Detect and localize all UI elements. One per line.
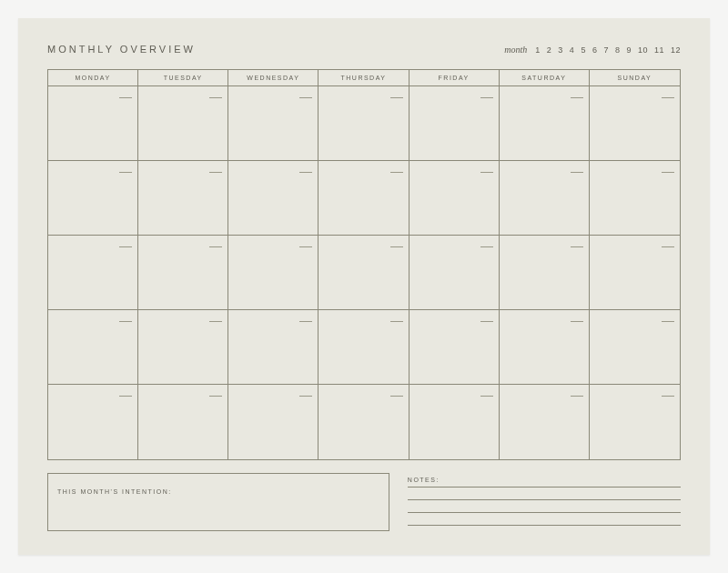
day-cell[interactable] [590,86,680,160]
day-cell[interactable] [138,86,228,160]
month-6[interactable]: 6 [592,45,598,55]
notes-line [408,488,681,500]
day-cell[interactable] [590,385,680,459]
day-cell[interactable] [318,161,409,235]
day-cell[interactable] [138,161,228,235]
intention-box[interactable]: THIS MONTH'S INTENTION: [47,473,389,531]
planner-sheet: MONTHLY OVERVIEW month 1 2 3 4 5 6 7 8 9… [18,18,710,555]
day-cell[interactable] [410,310,500,384]
day-cell[interactable] [228,86,318,160]
notes-label: NOTES: [408,477,440,483]
day-header-sun: SUNDAY [590,70,680,85]
month-2[interactable]: 2 [547,45,552,55]
month-9[interactable]: 9 [626,45,632,55]
day-cell[interactable] [318,236,409,309]
intention-label: THIS MONTH'S INTENTION: [57,488,172,495]
month-11[interactable]: 11 [654,45,664,55]
notes-box[interactable]: NOTES: [408,473,681,531]
month-3[interactable]: 3 [558,45,563,55]
day-cell[interactable] [590,236,680,309]
day-header-sat: SATURDAY [500,70,590,85]
day-cell[interactable] [318,86,409,160]
notes-line: NOTES: [408,477,681,488]
day-cell[interactable] [228,161,318,235]
day-cell[interactable] [318,385,409,459]
day-cell[interactable] [138,385,228,459]
month-12[interactable]: 12 [671,45,681,55]
day-headers: MONDAY TUESDAY WEDNESDAY THURSDAY FRIDAY… [47,69,681,85]
day-cell[interactable] [410,161,500,235]
day-cell[interactable] [48,310,138,384]
week-row [48,236,680,310]
page-title: MONTHLY OVERVIEW [47,44,196,55]
day-header-mon: MONDAY [48,70,138,85]
month-8[interactable]: 8 [615,45,621,55]
month-selector: month 1 2 3 4 5 6 7 8 9 10 11 12 [504,45,681,55]
day-cell[interactable] [500,161,590,235]
day-cell[interactable] [318,310,409,384]
month-4[interactable]: 4 [570,45,575,55]
week-row [48,161,680,236]
day-cell[interactable] [410,236,500,309]
day-cell[interactable] [500,86,590,160]
day-cell[interactable] [138,236,228,309]
day-cell[interactable] [48,86,138,160]
day-header-tue: TUESDAY [138,70,228,85]
day-cell[interactable] [48,385,138,459]
day-cell[interactable] [228,236,318,309]
day-cell[interactable] [500,310,590,384]
notes-line [408,500,681,513]
day-header-thu: THURSDAY [318,70,409,85]
day-cell[interactable] [410,86,500,160]
day-header-fri: FRIDAY [410,70,500,85]
header: MONTHLY OVERVIEW month 1 2 3 4 5 6 7 8 9… [47,44,681,55]
week-row [48,310,680,385]
week-row [48,86,680,161]
month-5[interactable]: 5 [581,45,586,55]
day-cell[interactable] [138,310,228,384]
day-header-wed: WEDNESDAY [228,70,318,85]
month-10[interactable]: 10 [638,45,648,55]
day-cell[interactable] [500,236,590,309]
day-cell[interactable] [48,236,138,309]
day-cell[interactable] [228,385,318,459]
day-cell[interactable] [500,385,590,459]
day-cell[interactable] [228,310,318,384]
week-row [48,385,680,459]
day-cell[interactable] [410,385,500,459]
month-7[interactable]: 7 [603,45,609,55]
day-cell[interactable] [48,161,138,235]
day-cell[interactable] [590,161,680,235]
month-1[interactable]: 1 [535,45,541,55]
notes-line [408,513,681,526]
footer: THIS MONTH'S INTENTION: NOTES: [47,473,681,531]
month-label: month [504,45,527,55]
calendar-grid [47,85,681,460]
day-cell[interactable] [590,310,680,384]
